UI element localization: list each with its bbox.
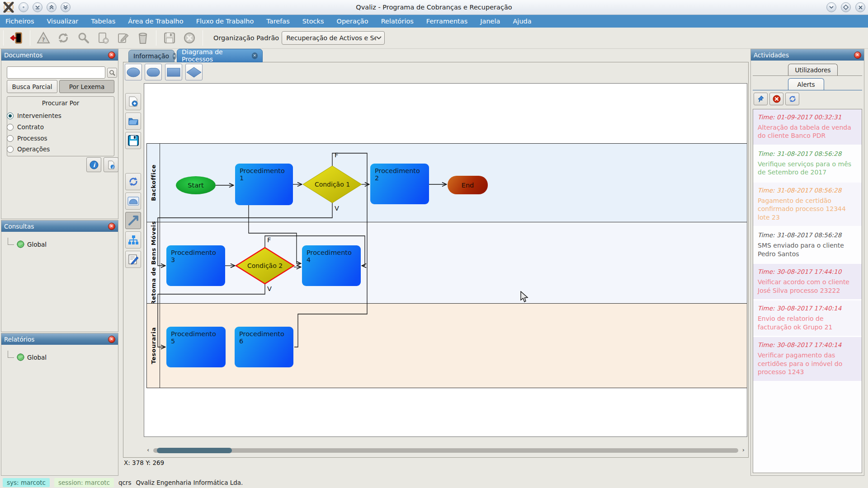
org-chart-button[interactable]: [125, 231, 141, 249]
alert-item[interactable]: Time: 31-08-2017 08:56:28 Verifique serv…: [753, 146, 862, 181]
documentos-panel: Documentos ✕ Busca Parcial Por Lexema Pr…: [1, 49, 118, 219]
alert-item[interactable]: Time: 30-08-2017 17:40:14 Verificar paga…: [753, 337, 862, 380]
close-window-button[interactable]: [855, 2, 865, 12]
tab-alerts[interactable]: Alerts: [788, 78, 824, 90]
rect-shape-button[interactable]: [165, 64, 182, 80]
edit-notes-button[interactable]: [125, 251, 141, 268]
close-icon[interactable]: ✕: [108, 223, 115, 230]
document-info-button[interactable]: i: [104, 157, 118, 172]
radio-operacoes[interactable]: Operações: [7, 145, 50, 153]
scrollbar-track[interactable]: [153, 448, 738, 453]
scroll-left-icon[interactable]: ‹: [147, 446, 149, 453]
actividades-header[interactable]: Actividades ✕: [751, 49, 864, 61]
org-padrao-combobox[interactable]: Recuperação de Activos e Serviços: [282, 31, 385, 45]
node-procedimento-5[interactable]: Procedimento 5: [166, 327, 226, 367]
close-icon[interactable]: ✕: [173, 53, 176, 60]
menu-operacao[interactable]: Operação: [337, 18, 368, 25]
search-go-button[interactable]: [107, 68, 117, 78]
node-condicao-2-label[interactable]: Condição 2: [236, 262, 294, 269]
node-procedimento-6[interactable]: Procedimento 6: [235, 327, 293, 367]
menu-tabelas[interactable]: Tabelas: [91, 18, 115, 25]
save-icon: [163, 32, 176, 44]
radio-processos[interactable]: Processos: [7, 135, 47, 142]
menu-area-de-trabalho[interactable]: Área de Trabalho: [128, 18, 183, 25]
close-icon[interactable]: ✕: [252, 52, 258, 59]
tab-informacao[interactable]: Informação ✕: [128, 50, 175, 62]
refresh-alerts-button[interactable]: [785, 93, 799, 105]
radio-intervenientes[interactable]: Intervenientes: [7, 112, 61, 119]
refresh-alerts-icon: [788, 95, 797, 103]
condicao-1-false-label: F: [335, 151, 338, 159]
alert-item[interactable]: Time: 30-08-2017 17:40:14 Envio de relat…: [753, 300, 862, 336]
node-procedimento-4[interactable]: Procedimento 4: [302, 245, 361, 286]
radio-button[interactable]: [7, 113, 14, 119]
delete-button[interactable]: [134, 29, 152, 47]
save-diagram-button[interactable]: [125, 132, 141, 149]
open-diagram-button[interactable]: [125, 113, 141, 130]
menu-janela[interactable]: Janela: [480, 18, 500, 25]
menu-ficheiros[interactable]: Ficheiros: [5, 18, 34, 25]
refresh-diagram-button[interactable]: [125, 173, 141, 190]
edit-button[interactable]: [114, 29, 132, 47]
node-end[interactable]: End: [448, 176, 488, 194]
validate-button[interactable]: ?: [34, 29, 52, 47]
roll-down-button[interactable]: [826, 2, 836, 12]
close-icon[interactable]: ✕: [854, 52, 861, 59]
radio-contrato[interactable]: Contrato: [7, 123, 44, 131]
menu-tarefas[interactable]: Tarefas: [266, 18, 289, 25]
close-icon[interactable]: ✕: [108, 52, 115, 59]
node-procedimento-2[interactable]: Procedimento 2: [370, 164, 429, 204]
arrow-tool-button[interactable]: [125, 212, 141, 229]
por-lexema-button[interactable]: Por Lexema: [59, 80, 114, 93]
search-input[interactable]: [7, 66, 105, 79]
ellipse-shape-button[interactable]: [125, 64, 142, 80]
stadium-shape-button[interactable]: [145, 64, 162, 80]
info-button[interactable]: i: [86, 157, 101, 172]
diamond-shape-button[interactable]: [185, 64, 203, 80]
radio-button[interactable]: [7, 135, 14, 142]
new-diagram-button[interactable]: [125, 93, 141, 110]
chevron-down-icon: [376, 36, 382, 40]
maximize-button[interactable]: [841, 2, 851, 12]
consultas-global-item[interactable]: Global: [8, 240, 47, 248]
radio-button[interactable]: [7, 146, 14, 153]
documentos-header[interactable]: Documentos ✕: [1, 49, 118, 61]
menu-fluxo-de-trabalho[interactable]: Fluxo de Trabalho: [196, 18, 254, 25]
add-lane-button[interactable]: [125, 192, 141, 210]
alert-item[interactable]: Time: 30-08-2017 17:44:10 Veificar acord…: [753, 264, 862, 299]
menu-ferramentas[interactable]: Ferramentas: [426, 18, 467, 25]
alert-item[interactable]: Time: 01-09-2017 00:32:31 Alteração da t…: [753, 109, 862, 145]
new-record-button[interactable]: [94, 29, 112, 47]
alerts-list[interactable]: Time: 01-09-2017 00:32:31 Alteração da t…: [753, 109, 862, 473]
diagram-canvas[interactable]: Backoffice Retoma de Bens Móveis Tesoura…: [144, 83, 747, 437]
node-start[interactable]: Start: [176, 176, 216, 194]
cancel-button[interactable]: [180, 29, 198, 47]
horizontal-scrollbar[interactable]: ‹ ›: [147, 447, 745, 454]
menu-stocks[interactable]: Stocks: [302, 18, 324, 25]
radio-button[interactable]: [7, 124, 14, 131]
scroll-right-icon[interactable]: ›: [742, 446, 745, 453]
save-button[interactable]: [160, 29, 179, 47]
menu-relatorios[interactable]: Relatórios: [381, 18, 414, 25]
close-icon[interactable]: ✕: [108, 336, 115, 343]
relatorios-header[interactable]: Relatórios ✕: [1, 333, 118, 345]
menu-ajuda[interactable]: Ajuda: [513, 18, 531, 25]
delete-alert-button[interactable]: [769, 93, 783, 105]
alert-item[interactable]: Time: 31-08-2017 08:56:28 SMS enviado pa…: [753, 227, 862, 263]
scrollbar-thumb[interactable]: [157, 448, 232, 453]
node-procedimento-1[interactable]: Procedimento 1: [235, 164, 293, 205]
search-button[interactable]: [74, 29, 92, 47]
tab-utilizadores[interactable]: Utilizadores: [788, 64, 838, 76]
tree-item-label: Global: [27, 354, 47, 361]
relatorios-global-item[interactable]: Global: [8, 353, 47, 361]
busca-parcial-button[interactable]: Busca Parcial: [7, 80, 57, 93]
node-procedimento-3[interactable]: Procedimento 3: [166, 245, 225, 286]
tab-diagrama-de-processos[interactable]: Diagrama de Processos ✕: [177, 49, 263, 62]
refresh-button[interactable]: [54, 29, 72, 47]
menu-visualizar[interactable]: Visualizar: [47, 18, 79, 25]
pin-alert-button[interactable]: [754, 93, 768, 105]
alert-item[interactable]: Time: 31-08-2017 08:56:28 Pagamento de c…: [753, 183, 862, 226]
consultas-header[interactable]: Consultas ✕: [1, 221, 118, 232]
node-condicao-1-label[interactable]: Condição 1: [303, 181, 362, 188]
exit-button[interactable]: [8, 29, 26, 47]
